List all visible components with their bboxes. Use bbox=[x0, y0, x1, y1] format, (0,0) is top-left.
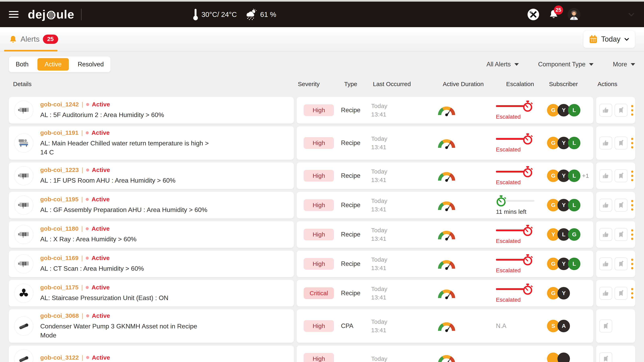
last-occurred-cell: Today 13:41 bbox=[371, 255, 422, 272]
bookmark-button[interactable] bbox=[614, 199, 628, 212]
acknowledge-button[interactable] bbox=[599, 257, 612, 270]
app-logo[interactable]: dej ule bbox=[28, 7, 74, 21]
thumbs-up-icon bbox=[602, 231, 610, 238]
notifications-button[interactable]: 25 bbox=[548, 9, 559, 20]
asset-avatar bbox=[14, 284, 34, 303]
active-duration-cell bbox=[422, 137, 472, 149]
bookmark-plus-icon bbox=[618, 202, 625, 209]
tools-icon[interactable] bbox=[527, 8, 539, 20]
alert-id[interactable]: gob-coi_1169 bbox=[40, 255, 78, 261]
bookmark-button[interactable] bbox=[599, 352, 612, 362]
subscriber-avatar[interactable]: L bbox=[568, 170, 580, 182]
bookmark-button[interactable] bbox=[599, 320, 612, 333]
chevron-down-icon[interactable] bbox=[628, 11, 635, 18]
separator: | bbox=[82, 101, 83, 108]
bookmark-button[interactable] bbox=[614, 104, 628, 117]
segment-both[interactable]: Both bbox=[16, 61, 28, 68]
dropdown-more[interactable]: More bbox=[613, 61, 635, 68]
separator: | bbox=[81, 225, 83, 232]
acknowledge-button[interactable] bbox=[599, 104, 612, 117]
row-menu-kebab-icon[interactable] bbox=[631, 229, 633, 240]
alert-id[interactable]: gob-coi_1195 bbox=[40, 196, 78, 203]
alert-details-card[interactable]: gob-coi_1195 | Active AL : GF Assembly P… bbox=[9, 192, 294, 218]
segment-resolved[interactable]: Resolved bbox=[78, 61, 104, 68]
subscriber-avatar[interactable]: L bbox=[568, 137, 580, 149]
alert-description: AL : 5F Auditorium 2 : Area Humidity > 6… bbox=[40, 110, 164, 119]
alert-id[interactable]: gob-coi_1175 bbox=[40, 284, 78, 291]
row-menu-kebab-icon[interactable] bbox=[631, 138, 633, 148]
subscriber-avatar[interactable]: L bbox=[568, 199, 580, 211]
bookmark-button[interactable] bbox=[614, 257, 628, 270]
subscriber-avatar[interactable]: L bbox=[568, 258, 580, 270]
subscribers-cell: GYL bbox=[538, 137, 593, 149]
segment-active[interactable]: Active bbox=[38, 58, 69, 71]
alert-id[interactable]: gob-coi_3068 bbox=[40, 312, 79, 319]
alert-details-card[interactable]: gob-coi_3122 | Active bbox=[9, 346, 294, 362]
window-top-strip bbox=[0, 0, 644, 1]
alert-text: gob-coi_1223 | Active AL : 1F UPS Room A… bbox=[40, 167, 176, 185]
alert-info-card: High CPA Today 13:41 N.A SA bbox=[297, 309, 593, 343]
row-menu-kebab-icon[interactable] bbox=[631, 105, 633, 116]
alert-id[interactable]: gob-coi_3122 bbox=[40, 354, 79, 361]
acknowledge-button[interactable] bbox=[599, 287, 612, 300]
alert-details-card[interactable]: gob-coi_3068 | Active Condenser Water Pu… bbox=[9, 309, 294, 343]
alert-details-card[interactable]: gob-coi_1180 | Active AL : X Ray : Area … bbox=[9, 221, 294, 248]
acknowledge-button[interactable] bbox=[599, 199, 612, 212]
alert-text: gob-coi_1242 | Active AL : 5F Auditorium… bbox=[40, 101, 164, 119]
alert-details-card[interactable]: gob-coi_1191 | Active AL: Main Header Ch… bbox=[9, 126, 294, 160]
bookmark-button[interactable] bbox=[614, 169, 628, 182]
stopwatch-icon bbox=[522, 100, 533, 112]
caret-down-icon bbox=[589, 63, 594, 66]
dropdown-component-type[interactable]: Component Type bbox=[538, 61, 594, 68]
alert-details-card[interactable]: gob-coi_1242 | Active AL : 5F Auditorium… bbox=[9, 97, 294, 123]
alert-info-card: High Recipe Today 13:41 Escalated bbox=[297, 162, 593, 189]
alert-description: AL : GF Assembly Preparation AHU : Area … bbox=[40, 205, 207, 214]
dropdown-all-alerts[interactable]: All Alerts bbox=[486, 61, 519, 68]
stopwatch-icon bbox=[522, 254, 533, 266]
alert-info-card: High Recipe Today 13:41 Escalated bbox=[297, 221, 593, 248]
acknowledge-button[interactable] bbox=[599, 169, 612, 182]
user-avatar[interactable] bbox=[568, 8, 580, 21]
subscriber-avatar[interactable]: Y bbox=[558, 287, 570, 300]
bookmark-button[interactable] bbox=[614, 287, 628, 300]
escalation-label: Escalated bbox=[496, 146, 538, 153]
row-menu-kebab-icon[interactable] bbox=[631, 171, 633, 181]
bookmark-button[interactable] bbox=[614, 228, 628, 241]
humidity-value: 61 % bbox=[260, 10, 276, 18]
hamburger-menu-icon[interactable] bbox=[9, 11, 18, 18]
severity-cell: High bbox=[297, 258, 341, 270]
last-occurred-cell: Today 13:41 bbox=[371, 135, 422, 151]
alert-details-card[interactable]: gob-coi_1175 | Active AL: Staircase Pres… bbox=[9, 280, 294, 307]
tab-alerts[interactable]: Alerts 25 bbox=[9, 34, 58, 44]
alert-row: gob-coi_1175 | Active AL: Staircase Pres… bbox=[9, 280, 635, 307]
alert-status: Active bbox=[92, 129, 110, 136]
temperature-value: 30°C/ 24°C bbox=[202, 10, 237, 18]
alert-id[interactable]: gob-coi_1223 bbox=[40, 167, 79, 173]
last-occurred-day: Today bbox=[371, 255, 422, 264]
alert-id[interactable]: gob-coi_1242 bbox=[40, 101, 79, 108]
subscriber-avatar[interactable]: G bbox=[568, 228, 580, 241]
acknowledge-button[interactable] bbox=[599, 228, 612, 241]
row-menu-kebab-icon[interactable] bbox=[631, 200, 633, 211]
thumbs-up-icon bbox=[602, 290, 610, 297]
row-menu-kebab-icon[interactable] bbox=[631, 259, 633, 269]
alert-text: gob-coi_1180 | Active AL : X Ray : Area … bbox=[40, 225, 136, 244]
escalated-timeline bbox=[496, 225, 538, 236]
last-occurred-time: 13:41 bbox=[371, 205, 422, 214]
alert-row: gob-coi_3122 | Active High Today bbox=[9, 346, 635, 362]
weather-widget: 30°C/ 24°C 61 % bbox=[192, 8, 276, 21]
subscriber-avatar[interactable]: L bbox=[568, 104, 580, 116]
row-menu-kebab-icon[interactable] bbox=[631, 288, 633, 299]
alert-details-card[interactable]: gob-coi_1223 | Active AL : 1F UPS Room A… bbox=[9, 162, 294, 189]
asset-avatar bbox=[14, 100, 34, 120]
alert-details-card[interactable]: gob-coi_1169 | Active AL : CT Scan : Are… bbox=[9, 251, 294, 277]
subscriber-avatar[interactable] bbox=[558, 353, 570, 362]
bookmark-button[interactable] bbox=[614, 137, 628, 149]
alert-id[interactable]: gob-coi_1191 bbox=[40, 129, 78, 136]
subscriber-avatar[interactable]: A bbox=[558, 320, 570, 332]
alert-id[interactable]: gob-coi_1180 bbox=[40, 225, 78, 232]
separator: | bbox=[81, 255, 83, 261]
last-occurred-time: 13:41 bbox=[371, 176, 422, 184]
acknowledge-button[interactable] bbox=[599, 137, 612, 149]
date-filter-button[interactable]: Today bbox=[583, 30, 635, 48]
